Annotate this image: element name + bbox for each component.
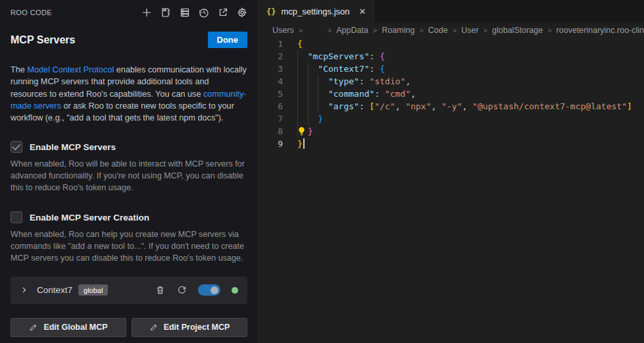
breadcrumb-item[interactable]: globalStorage — [492, 26, 543, 35]
edit-project-mcp-label: Edit Project MCP — [164, 323, 230, 332]
pencil-icon — [29, 323, 37, 332]
indent-guide — [308, 75, 309, 88]
line-number: 5 — [259, 88, 283, 100]
server-status-dot — [232, 287, 238, 294]
open-external-icon[interactable] — [217, 7, 228, 18]
code-token: : — [374, 89, 385, 99]
code-line[interactable]: 5 "command": "cmd", — [259, 88, 644, 100]
editor-pane: {} mcp_settings.json ✕ Users>>AppData>Ro… — [258, 0, 644, 343]
code-token: : — [359, 101, 370, 111]
edit-global-mcp-label: Edit Global MCP — [43, 323, 107, 332]
breadcrumb-item[interactable]: Code — [428, 26, 448, 35]
code-token: , — [410, 89, 416, 99]
line-content: "mcpServers": { — [297, 50, 385, 63]
code-token: { — [380, 51, 385, 61]
indent-guide — [318, 100, 318, 113]
breadcrumb-separator: > — [453, 26, 457, 34]
server-enabled-toggle[interactable] — [198, 284, 220, 296]
code-token: } — [297, 139, 303, 149]
refresh-icon[interactable] — [176, 285, 187, 296]
mcp-servers-icon[interactable] — [179, 7, 190, 18]
code-token: "command" — [328, 89, 374, 99]
line-number: 9 — [259, 138, 283, 150]
code-line[interactable]: 7 } — [259, 113, 644, 125]
notebook-icon[interactable] — [160, 7, 171, 18]
code-token: "-y" — [441, 101, 462, 111]
code-token: , — [405, 76, 410, 86]
breadcrumb-separator: > — [419, 26, 423, 34]
code-token: "cmd" — [385, 89, 410, 99]
indent-guide — [308, 63, 309, 75]
code-line[interactable]: 6 "args": ["/c", "npx", "-y", "@upstash/… — [259, 100, 644, 113]
breadcrumb-item[interactable]: Users — [272, 26, 294, 35]
lightbulb-icon[interactable] — [297, 126, 307, 136]
breadcrumb-separator: > — [328, 26, 332, 34]
line-content: { — [297, 38, 303, 50]
code-token: "/c" — [374, 101, 395, 111]
code-token — [297, 89, 328, 99]
breadcrumb-separator: > — [547, 26, 551, 34]
code-editor[interactable]: 1{2 "mcpServers": {3 "Context7": {4 "typ… — [259, 38, 644, 343]
intro-text: The — [11, 65, 27, 74]
line-number: 1 — [259, 38, 283, 50]
pencil-icon — [149, 323, 158, 332]
line-number: 6 — [259, 100, 283, 113]
code-line[interactable]: 2 "mcpServers": { — [259, 50, 644, 63]
edit-project-mcp-button[interactable]: Edit Project MCP — [132, 318, 247, 337]
history-icon[interactable] — [198, 7, 209, 18]
server-actions — [155, 284, 238, 296]
page-title: MCP Servers — [11, 34, 75, 46]
indent-guide — [297, 75, 298, 88]
setting-enable-mcp-server-creation: Enable MCP Server Creation When enabled,… — [11, 211, 247, 265]
close-icon[interactable]: ✕ — [359, 7, 366, 16]
line-content: } — [297, 138, 305, 150]
indent-guide — [297, 50, 298, 63]
breadcrumb: Users>>AppData>Roaming>Code>User>globalS… — [259, 23, 644, 38]
indent-guide — [297, 113, 298, 125]
sidebar-toolbar — [141, 7, 247, 18]
tab-label: mcp_settings.json — [281, 7, 349, 16]
line-content: "args": ["/c", "npx", "-y", "@upstash/co… — [297, 100, 632, 113]
mcp-server-row: Context7 global — [11, 277, 247, 304]
enable-mcp-server-creation-checkbox[interactable] — [11, 211, 22, 223]
setting-head: Enable MCP Server Creation — [11, 211, 247, 223]
code-token: "args" — [328, 101, 359, 111]
code-line[interactable]: 1{ — [259, 38, 644, 50]
code-token — [297, 76, 328, 86]
edit-buttons-row: Edit Global MCP Edit Project MCP — [11, 318, 247, 337]
code-token: "npx" — [405, 101, 431, 111]
edit-global-mcp-button[interactable]: Edit Global MCP — [11, 318, 126, 337]
enable-mcp-servers-checkbox[interactable] — [11, 141, 22, 153]
json-braces-icon: {} — [266, 7, 276, 16]
code-line[interactable]: 8 } — [259, 125, 644, 138]
breadcrumb-item[interactable]: Roaming — [382, 26, 414, 35]
code-token — [297, 51, 308, 61]
code-line[interactable]: 9} — [259, 138, 644, 150]
editor-tab-bar: {} mcp_settings.json ✕ — [259, 0, 644, 23]
gear-icon[interactable] — [236, 7, 247, 18]
code-token: , — [432, 101, 442, 111]
code-token: : — [370, 51, 380, 61]
line-content: "Context7": { — [297, 63, 385, 75]
code-token: { — [297, 39, 303, 49]
code-token: ] — [627, 101, 632, 111]
line-content: } — [297, 125, 312, 138]
trash-icon[interactable] — [155, 285, 165, 296]
plus-icon[interactable] — [141, 7, 152, 18]
code-line[interactable]: 4 "type": "stdio", — [259, 75, 644, 88]
code-line[interactable]: 3 "Context7": { — [259, 63, 644, 75]
line-number: 2 — [259, 50, 283, 63]
breadcrumb-item[interactable]: User — [461, 26, 478, 35]
done-button[interactable]: Done — [208, 32, 248, 48]
vscode-window: ROO CODE — [0, 0, 644, 343]
extension-title: ROO CODE — [11, 9, 52, 16]
breadcrumb-item[interactable]: AppData — [336, 26, 368, 35]
tab-mcp-settings-json[interactable]: {} mcp_settings.json ✕ — [259, 0, 374, 23]
sidebar-header: ROO CODE — [11, 1, 247, 24]
text-cursor — [303, 138, 305, 149]
mcp-intro-text: The Model Context Protocol enables commu… — [11, 64, 247, 124]
intro-link[interactable]: Model Context Protocol — [27, 65, 114, 74]
chevron-right-icon[interactable] — [20, 286, 29, 295]
breadcrumb-item[interactable]: rooveterinaryinc.roo-clin — [557, 26, 644, 35]
line-content: } — [297, 113, 323, 125]
